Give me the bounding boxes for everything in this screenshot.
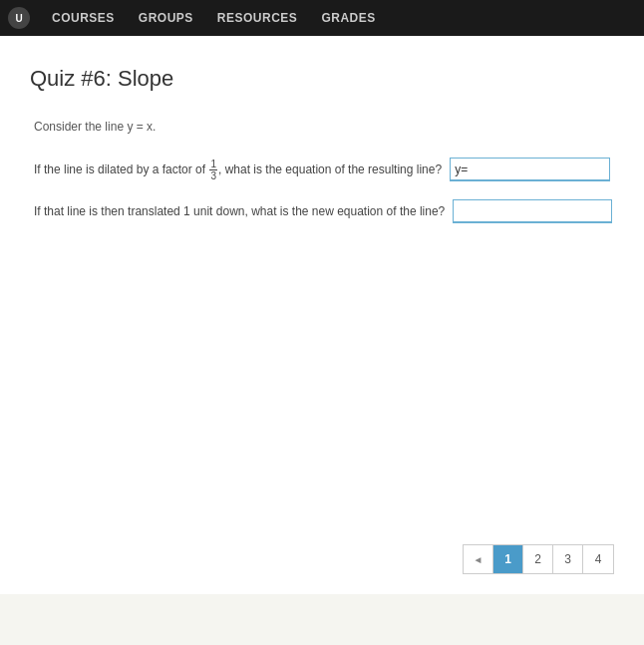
question-1-input[interactable]	[450, 158, 610, 181]
logo-icon: U	[8, 7, 30, 29]
nav-item-resources[interactable]: RESOURCES	[207, 11, 308, 25]
pagination-area: ◄ 1 2 3 4	[0, 524, 644, 594]
quiz-title: Quiz #6: Slope	[30, 66, 614, 92]
question-row-1: If the line is dilated by a factor of 13…	[34, 158, 610, 181]
pagination: ◄ 1 2 3 4	[463, 544, 614, 574]
question-2-input[interactable]	[453, 199, 612, 223]
nav-item-grades[interactable]: GRADES	[311, 11, 385, 25]
navbar: U COURSES GROUPS RESOURCES GRADES	[0, 0, 644, 36]
pagination-page-4[interactable]: 4	[583, 545, 613, 573]
footer-area	[0, 594, 644, 645]
nav-item-groups[interactable]: GROUPS	[129, 11, 203, 25]
question-2-label: If that line is then translated 1 unit d…	[34, 204, 445, 218]
nav-item-courses[interactable]: COURSES	[42, 11, 125, 25]
pagination-page-1[interactable]: 1	[493, 545, 523, 573]
question-row-2: If that line is then translated 1 unit d…	[34, 199, 610, 223]
fraction-1-3: 13	[209, 159, 217, 181]
pagination-prev[interactable]: ◄	[464, 545, 493, 573]
pagination-page-2[interactable]: 2	[523, 545, 553, 573]
quiz-context: Consider the line y = x.	[34, 120, 610, 134]
main-content: Quiz #6: Slope Consider the line y = x. …	[0, 36, 644, 524]
nav-logo: U	[8, 7, 30, 29]
question-1-label-before: If the line is dilated by a factor of 13…	[34, 159, 442, 181]
quiz-body: Consider the line y = x. If the line is …	[30, 120, 614, 223]
pagination-page-3[interactable]: 3	[553, 545, 583, 573]
